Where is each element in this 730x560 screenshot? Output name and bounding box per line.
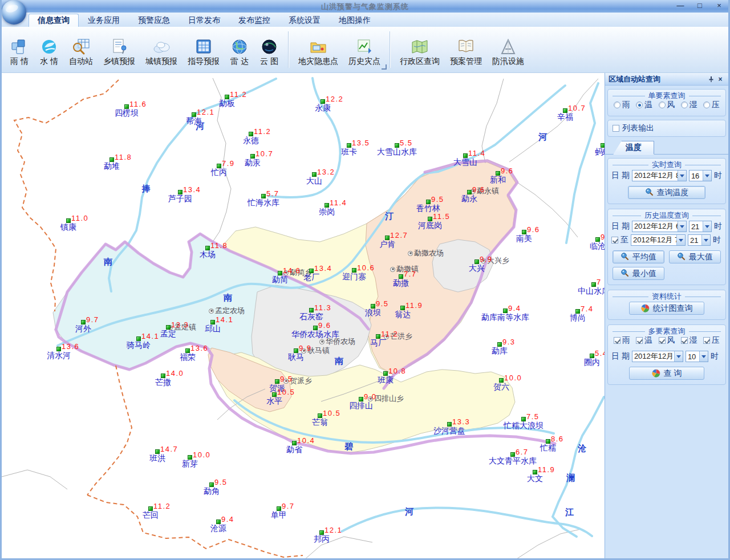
radio-option-湿[interactable]: 湿 — [681, 100, 697, 110]
multi-query-button[interactable]: 查 询 — [629, 367, 704, 380]
plan-management-icon — [456, 38, 476, 55]
station-value: 9.5 — [280, 375, 293, 383]
tab-system-settings[interactable]: 系统设置 — [279, 14, 330, 27]
station-value: 9.6 — [472, 185, 485, 194]
tab-daily-release[interactable]: 日常发布 — [179, 14, 229, 27]
chevron-down-icon[interactable] — [701, 235, 710, 245]
checkbox-option-雨[interactable]: 雨 — [614, 335, 630, 346]
river-label: 南 — [335, 356, 343, 367]
toolbar-flood-facility-button[interactable]: 防汛设施 — [487, 29, 529, 70]
average-value-button[interactable]: 平均值 — [613, 250, 664, 263]
chevron-down-icon[interactable] — [678, 221, 686, 232]
toolbar-guidance-forecast-button[interactable]: 指导预报 — [182, 29, 225, 70]
auto-station-icon — [71, 38, 91, 55]
chevron-down-icon[interactable] — [674, 351, 683, 362]
minimize-button[interactable]: — — [675, 1, 686, 10]
toolbar-plan-management-button[interactable]: 预案管理 — [445, 29, 487, 70]
river-label: 河 — [405, 506, 413, 517]
history-start-hour-combo[interactable]: 21 — [689, 221, 712, 232]
station-value: 13.6 — [62, 342, 79, 351]
tab-info-query[interactable]: 信息查询 — [29, 14, 79, 27]
toolbar-separator — [288, 31, 289, 68]
station-name: 勐板 — [219, 99, 235, 109]
panel-close-icon[interactable]: × — [716, 75, 725, 84]
query-temperature-button[interactable]: 查询温度 — [628, 186, 705, 199]
station-name: 南美 — [516, 234, 532, 244]
tab-map-operations[interactable]: 地图操作 — [330, 14, 380, 27]
toolbar-cloud-map-button[interactable]: 云 图 — [254, 29, 284, 70]
to-date-checkbox[interactable] — [611, 237, 618, 244]
station-value: 11.9 — [405, 301, 423, 310]
history-end-date-combo[interactable]: 2012年12月 7日 — [631, 234, 686, 246]
radio-option-雨[interactable]: 雨 — [614, 100, 630, 110]
checkbox-label: 压 — [712, 335, 720, 346]
search-icon — [620, 252, 629, 262]
maximize-button[interactable]: □ — [695, 1, 705, 10]
min-value-button[interactable]: 最小值 — [613, 267, 664, 280]
history-start-date-combo[interactable]: 2012年12月 6日 — [632, 221, 687, 232]
station-value: 9.6 — [501, 167, 514, 175]
dialog-launcher-icon[interactable] — [382, 64, 387, 70]
station-name: 大文 — [527, 474, 543, 484]
toolbar-admin-region-query-button[interactable]: 行政区查询 — [395, 29, 445, 70]
close-button[interactable]: × — [714, 1, 724, 10]
list-output-row[interactable]: 列表输出 — [607, 120, 726, 137]
checkbox-option-湿[interactable]: 湿 — [681, 335, 697, 346]
toolbar-water-button[interactable]: 水 情 — [34, 29, 64, 70]
toolbar-town-forecast-button[interactable]: 城镇预报 — [140, 29, 182, 70]
hour-unit-label: 时 — [711, 351, 719, 362]
station-value: 11.9 — [538, 465, 555, 474]
tab-warning-emergency[interactable]: 预警应急 — [129, 14, 179, 27]
checkbox-option-温[interactable]: 温 — [636, 335, 652, 346]
chevron-down-icon[interactable] — [703, 221, 711, 232]
realtime-hour-combo[interactable]: 16 — [689, 170, 712, 181]
statistics-chart-query-button[interactable]: 统计图查询 — [629, 302, 704, 315]
radio-option-压[interactable]: 压 — [703, 100, 720, 110]
station-name: 勐简 — [272, 275, 288, 285]
pin-icon[interactable] — [707, 75, 716, 84]
station-name: 大山 — [306, 176, 322, 186]
station-value: 9.6 — [318, 321, 331, 330]
title-bar[interactable]: 山洪预警与气象监测系统 — □ × — [0, 0, 730, 13]
history-end-hour-combo[interactable]: 21 — [688, 234, 711, 246]
toolbar-history-disaster-button[interactable]: 历史灾点 — [343, 29, 386, 70]
list-output-checkbox[interactable] — [613, 125, 619, 132]
radio-option-风[interactable]: 风 — [659, 100, 675, 110]
station-name: 勐省 — [286, 445, 302, 455]
chevron-down-icon[interactable] — [678, 171, 686, 181]
cloud-map-icon — [259, 38, 279, 55]
station-name: 芒翁 — [312, 417, 328, 428]
max-value-button[interactable]: 最大值 — [669, 250, 721, 263]
station-name: 芒回 — [143, 510, 159, 521]
toolbar-button-label: 云 图 — [260, 56, 278, 67]
station-name: 贺六 — [493, 382, 509, 392]
checkbox-option-风[interactable]: 风 — [659, 335, 675, 346]
date-label: 日 期 — [611, 221, 630, 232]
station-value: 9.6 — [527, 225, 540, 234]
tab-release-monitor[interactable]: 发布监控 — [229, 14, 279, 27]
tab-business-app[interactable]: 业务应用 — [79, 14, 129, 27]
window-title: 山洪预警与气象监测系统 — [0, 2, 730, 12]
checkbox-option-压[interactable]: 压 — [703, 335, 720, 346]
toolbar-rain-button[interactable]: 雨 情 — [5, 29, 34, 70]
toolbar-radar-button[interactable]: 雷 达 — [225, 29, 254, 70]
region-autostation-query-panel: 区域自动站查询 × 单要素查询 雨温风湿压 列表输出 温度 实时查询 日 期 2… — [605, 73, 728, 558]
multi-date-combo[interactable]: 2012年12月 8日 — [632, 351, 683, 362]
panel-header[interactable]: 区域自动站查询 × — [605, 73, 728, 86]
tab-temperature[interactable]: 温度 — [613, 141, 654, 155]
geo-hazard-icon — [309, 38, 328, 55]
chevron-down-icon[interactable] — [703, 171, 711, 181]
station-name: 四楞坝 — [115, 108, 139, 119]
radio-option-温[interactable]: 温 — [636, 100, 652, 110]
multi-hour-combo[interactable]: 10 — [686, 351, 708, 362]
toolbar-geo-hazard-button[interactable]: 地灾隐患点 — [293, 29, 343, 70]
realtime-query-group: 实时查询 日 期 2012年12月 8日 16 时 查询温度 — [607, 158, 726, 204]
river-label: 江 — [565, 507, 574, 518]
chevron-down-icon[interactable] — [676, 235, 685, 245]
toolbar-township-forecast-button[interactable]: 乡镇预报 — [98, 29, 140, 70]
chevron-down-icon[interactable] — [699, 351, 708, 362]
checkbox-icon — [703, 337, 710, 344]
toolbar-auto-station-button[interactable]: 自动站 — [64, 29, 98, 70]
app-window: 山洪预警与气象监测系统 — □ × 信息查询业务应用预警应急日常发布发布监控系统… — [0, 0, 730, 560]
realtime-date-combo[interactable]: 2012年12月 8日 — [632, 170, 687, 181]
